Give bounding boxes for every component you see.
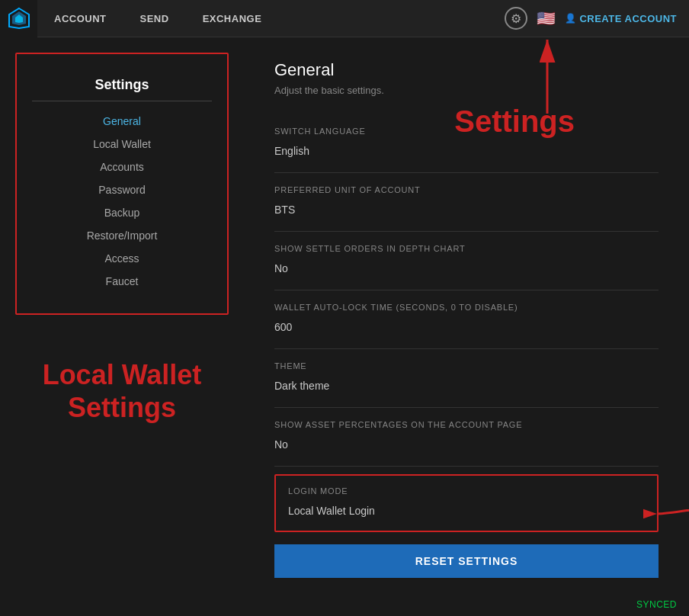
sidebar-item-accounts[interactable]: Accounts [32, 158, 212, 176]
header-right: ⚙ 🇺🇸 CREATE ACCOUNT [505, 7, 689, 30]
sidebar-wrapper: Settings General Local Wallet Accounts P… [0, 37, 244, 616]
preferred-unit-value[interactable]: BTS [274, 201, 659, 219]
theme-value[interactable]: Dark theme [274, 377, 659, 395]
main-layout: Settings General Local Wallet Accounts P… [0, 37, 689, 616]
nav-links: ACCOUNT SEND EXCHANGE [37, 0, 278, 37]
synced-badge: SYNCED [636, 599, 677, 610]
sidebar-item-restore-import[interactable]: Restore/Import [32, 226, 212, 245]
setting-show-asset: SHOW ASSET PERCENTAGES ON THE ACCOUNT PA… [274, 408, 659, 467]
show-asset-value[interactable]: No [274, 435, 659, 454]
logo [0, 0, 37, 37]
preferred-unit-label: PREFERRED UNIT OF ACCOUNT [274, 185, 659, 194]
login-mode-value[interactable]: Local Wallet Login [288, 502, 645, 520]
gear-icon: ⚙ [511, 11, 521, 26]
create-account-button[interactable]: CREATE ACCOUNT [565, 13, 677, 24]
reset-settings-button[interactable]: RESET SETTINGS [274, 544, 659, 578]
settings-content: Settings General Adjust the basic settin… [244, 37, 689, 616]
create-account-label: CREATE ACCOUNT [579, 13, 677, 24]
sidebar-title: Settings [32, 77, 212, 101]
sidebar-item-faucet[interactable]: Faucet [32, 272, 212, 290]
sidebar-item-password[interactable]: Password [32, 181, 212, 199]
sidebar-item-access[interactable]: Access [32, 249, 212, 268]
content-subtitle: Adjust the basic settings. [274, 85, 659, 96]
login-mode-box: LOGIN MODE Local Wallet Login [274, 474, 659, 532]
login-mode-label: LOGIN MODE [288, 486, 645, 496]
setting-theme: THEME Dark theme [274, 349, 659, 408]
auto-lock-label: WALLET AUTO-LOCK TIME (SECONDS, 0 TO DIS… [274, 303, 659, 312]
setting-auto-lock: WALLET AUTO-LOCK TIME (SECONDS, 0 TO DIS… [274, 290, 659, 349]
language-flag-icon[interactable]: 🇺🇸 [537, 9, 556, 27]
settings-gear-button[interactable]: ⚙ [505, 7, 527, 30]
switch-language-label: SWITCH LANGUAGE [274, 127, 659, 136]
switch-language-value[interactable]: English [274, 142, 659, 160]
nav-send[interactable]: SEND [123, 0, 186, 37]
sidebar-item-general[interactable]: General [32, 112, 212, 130]
header: ACCOUNT SEND EXCHANGE ⚙ 🇺🇸 CREATE ACCOUN… [0, 0, 689, 37]
settings-sidebar: Settings General Local Wallet Accounts P… [15, 53, 229, 315]
setting-preferred-unit: PREFERRED UNIT OF ACCOUNT BTS [274, 173, 659, 232]
auto-lock-value[interactable]: 600 [274, 318, 659, 336]
show-settle-value[interactable]: No [274, 259, 659, 278]
nav-account[interactable]: ACCOUNT [37, 0, 123, 37]
content-title: General [274, 60, 659, 80]
setting-switch-language: SWITCH LANGUAGE English [274, 114, 659, 173]
sidebar-item-backup[interactable]: Backup [32, 204, 212, 222]
sidebar-item-local-wallet[interactable]: Local Wallet [32, 135, 212, 153]
show-asset-label: SHOW ASSET PERCENTAGES ON THE ACCOUNT PA… [274, 420, 659, 429]
local-wallet-annotation: Local WalletSettings [27, 358, 217, 424]
show-settle-label: SHOW SETTLE ORDERS IN DEPTH CHART [274, 244, 659, 253]
nav-exchange[interactable]: EXCHANGE [186, 0, 279, 37]
login-mode-section: LOGIN MODE Local Wallet Login [274, 474, 659, 532]
theme-label: THEME [274, 361, 659, 371]
setting-show-settle: SHOW SETTLE ORDERS IN DEPTH CHART No [274, 232, 659, 290]
sidebar-nav: General Local Wallet Accounts Password B… [32, 112, 212, 290]
